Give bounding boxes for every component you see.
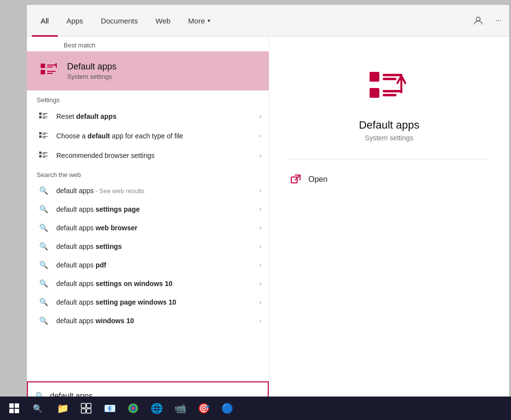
best-match-title: Default apps [67,62,116,72]
svg-rect-19 [39,152,42,154]
svg-rect-22 [39,155,42,157]
svg-rect-18 [43,137,46,138]
chevron-right-web-2: › [259,206,261,213]
chevron-down-icon: ▾ [208,18,210,24]
best-match-text: Default apps System settings [67,62,116,80]
tab-all[interactable]: All [32,5,58,37]
open-icon [289,173,302,186]
divider [289,159,489,159]
taskbar-icon-8[interactable]: 🔵 [216,398,238,419]
tab-apps-label: Apps [67,17,83,25]
svg-rect-16 [39,135,42,138]
tab-apps[interactable]: Apps [58,5,92,37]
svg-rect-7 [39,112,42,115]
chevron-right-web-8: › [259,317,261,324]
taskbar-icon-7[interactable]: 🎯 [193,398,214,419]
svg-rect-12 [43,118,46,119]
svg-rect-37 [81,403,86,408]
tab-documents[interactable]: Documents [92,5,147,37]
taskbar-icon-5[interactable]: 🌐 [146,398,167,419]
chevron-right-web-6: › [259,280,261,287]
web-result-1[interactable]: 🔍 default apps - See web results › [27,181,269,200]
reset-default-apps-item[interactable]: Reset default apps › [27,107,269,126]
svg-rect-9 [43,114,46,115]
taskbar-task-view[interactable] [75,398,97,419]
start-button[interactable] [2,397,26,420]
svg-rect-13 [39,132,42,134]
web-result-text-8: default apps windows 10 [56,317,259,325]
svg-rect-8 [43,113,47,114]
app-preview-subtitle: System settings [365,134,414,142]
web-result-text-6: default apps settings on windows 10 [56,280,259,287]
choose-default-app-item[interactable]: Choose a default app for each type of fi… [27,126,269,146]
web-result-text-3: default apps web browser [56,224,259,232]
search-icon-8: 🔍 [37,316,50,325]
default-apps-icon [37,59,61,83]
taskbar-mail[interactable]: 📧 [99,398,120,419]
open-label: Open [308,175,327,184]
svg-rect-27 [383,78,396,80]
svg-rect-40 [87,409,91,413]
web-result-6[interactable]: 🔍 default apps settings on windows 10 › [27,274,269,293]
web-result-7[interactable]: 🔍 default apps setting page windows 10 › [27,293,269,311]
web-result-4[interactable]: 🔍 default apps settings › [27,237,269,256]
svg-rect-29 [383,90,402,92]
taskbar: 🔍 📁 📧 🌐 📹 🎯 🔵 [0,397,511,420]
chevron-right-icon-3: › [259,152,261,159]
svg-rect-11 [43,117,47,118]
svg-rect-23 [43,156,47,157]
search-icon-4: 🔍 [37,242,50,251]
web-result-5[interactable]: 🔍 default apps pdf › [27,256,269,274]
web-result-text-4: default apps settings [56,243,259,250]
svg-rect-32 [291,177,297,183]
open-action[interactable]: Open [289,167,489,192]
svg-rect-25 [370,72,379,82]
svg-rect-10 [39,116,42,118]
web-result-text-5: default apps pdf [56,261,259,269]
taskbar-zoom[interactable]: 📹 [169,398,191,419]
svg-rect-38 [87,403,91,408]
app-preview: Default apps System settings [289,51,489,152]
recommended-browser-item[interactable]: Recommended browser settings › [27,146,269,165]
tab-all-label: All [41,17,49,25]
settings-group-label: Settings [27,90,269,107]
svg-rect-30 [383,94,396,96]
svg-rect-3 [47,66,53,67]
svg-point-0 [476,17,480,21]
taskbar-browser[interactable] [122,398,144,419]
web-result-3[interactable]: 🔍 default apps web browser › [27,219,269,237]
svg-rect-4 [41,70,45,74]
chevron-right-web-1: › [259,187,261,194]
svg-rect-33 [9,403,14,408]
chevron-right-icon-1: › [259,113,261,120]
search-icon-3: 🔍 [37,223,50,232]
reset-default-apps-text: Reset default apps [56,112,259,121]
taskbar-search-icon[interactable]: 🔍 [26,397,49,420]
more-options-icon[interactable]: ··· [493,14,504,27]
svg-rect-14 [43,133,47,134]
search-icon-1: 🔍 [37,186,50,195]
svg-rect-24 [43,157,46,158]
best-match-subtitle: System settings [67,73,116,80]
best-match-label: Best match [27,37,269,51]
svg-rect-34 [15,403,19,408]
search-icon-7: 🔍 [37,298,50,307]
svg-rect-36 [15,409,19,413]
chevron-right-web-3: › [259,224,261,231]
app-preview-icon [367,66,411,110]
tab-more[interactable]: More ▾ [179,5,219,37]
svg-rect-21 [43,154,46,155]
user-icon[interactable] [471,13,486,28]
web-result-2[interactable]: 🔍 default apps settings page › [27,200,269,219]
taskbar-file-explorer[interactable]: 📁 [52,398,73,419]
web-result-text-2: default apps settings page [56,205,259,213]
svg-rect-1 [41,64,45,68]
svg-rect-5 [47,71,56,72]
web-result-8[interactable]: 🔍 default apps windows 10 › [27,311,269,330]
tab-web[interactable]: Web [147,5,180,37]
web-result-text-7: default apps setting page windows 10 [56,298,259,306]
best-match-item[interactable]: Default apps System settings [27,51,269,90]
choose-default-app-text: Choose a default app for each type of fi… [56,132,259,140]
svg-point-43 [132,407,135,410]
svg-rect-17 [43,136,47,137]
